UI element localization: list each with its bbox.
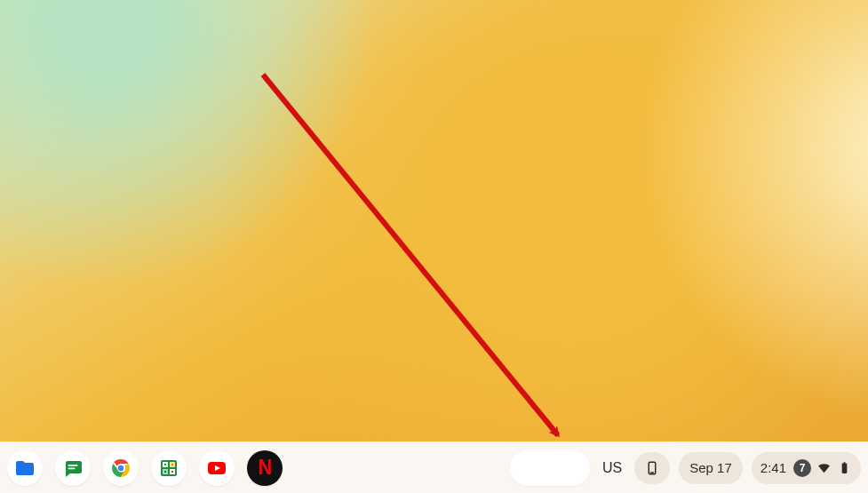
calculator-grid-icon <box>158 457 179 479</box>
battery-icon <box>837 460 852 475</box>
chrome-logo-icon <box>110 457 131 479</box>
phone-hub-button[interactable] <box>634 452 670 484</box>
svg-rect-15 <box>843 462 845 464</box>
netflix-icon[interactable]: N <box>247 450 283 486</box>
folder-icon <box>14 457 36 479</box>
chat-bubble-icon <box>62 457 84 479</box>
chrome-icon[interactable] <box>103 450 139 486</box>
svg-rect-1 <box>68 465 78 466</box>
ime-switcher[interactable]: US <box>599 460 625 476</box>
google-chat-icon[interactable] <box>55 450 91 486</box>
calendar-date-label: Sep 17 <box>689 460 732 475</box>
desktop-wallpaper <box>0 0 868 493</box>
youtube-icon[interactable] <box>199 450 235 486</box>
shelf-status-area: US Sep 17 2:41 7 <box>510 450 861 486</box>
svg-point-5 <box>118 465 123 470</box>
phone-icon <box>644 460 660 476</box>
shelf-pinned-apps: N <box>7 450 283 486</box>
holding-space-recent[interactable] <box>510 450 590 486</box>
files-app-icon[interactable] <box>7 450 43 486</box>
holding-space[interactable] <box>510 450 590 486</box>
svg-rect-14 <box>842 464 848 473</box>
svg-rect-2 <box>68 467 76 469</box>
clock-time: 2:41 <box>760 460 786 475</box>
netflix-n-glyph: N <box>258 457 272 478</box>
status-tray[interactable]: 2:41 7 <box>752 452 861 484</box>
youtube-logo-icon <box>206 457 227 479</box>
notification-count-badge: 7 <box>793 459 811 477</box>
shelf: N US Sep 17 2:41 7 <box>0 441 868 493</box>
calendar-date-button[interactable]: Sep 17 <box>679 452 743 484</box>
wifi-icon <box>816 460 832 475</box>
calculator-icon[interactable] <box>151 450 187 486</box>
